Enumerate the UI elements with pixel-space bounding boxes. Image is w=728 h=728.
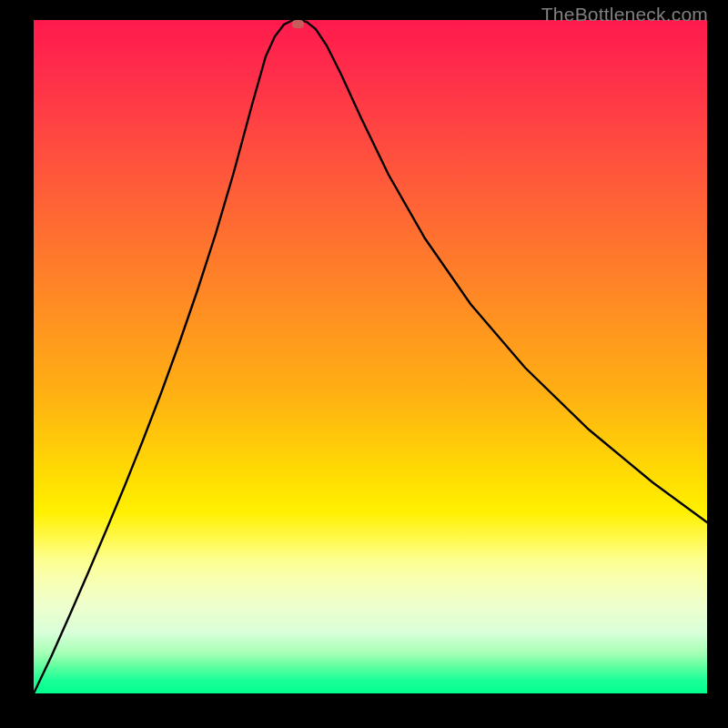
plot-area [34, 20, 707, 693]
optimal-point-marker [292, 20, 304, 28]
bottleneck-curve [34, 20, 707, 693]
watermark-text: TheBottleneck.com [541, 4, 708, 25]
chart-frame: TheBottleneck.com [0, 0, 728, 728]
